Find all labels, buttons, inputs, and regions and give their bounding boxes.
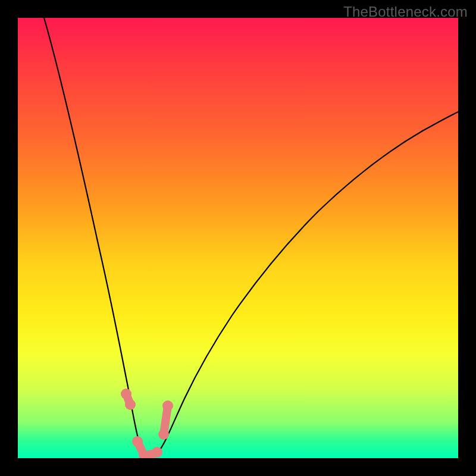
pink-marker-dot	[132, 436, 143, 447]
bottleneck-curve-svg	[18, 18, 458, 458]
pink-marker-dot	[152, 447, 162, 458]
bottleneck-curve-right	[152, 112, 458, 458]
plot-area	[18, 18, 458, 458]
pink-marker-dot	[162, 400, 173, 411]
watermark-text: TheBottleneck.com	[343, 4, 468, 20]
pink-marker-dot	[121, 389, 131, 399]
chart-frame: TheBottleneck.com	[0, 0, 476, 476]
pink-marker-dot	[125, 399, 136, 410]
pink-marker-dot	[158, 429, 169, 440]
